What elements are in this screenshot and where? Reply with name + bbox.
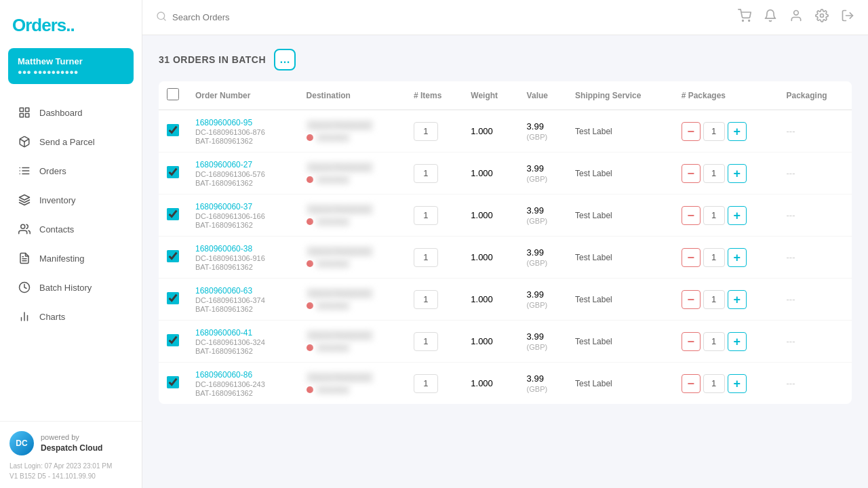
items-input[interactable] xyxy=(414,290,438,309)
packages-count-input[interactable] xyxy=(703,248,725,267)
packages-controls: − + xyxy=(682,374,770,393)
user-card[interactable]: Matthew Turner ●●● ●●●●●●●●●● xyxy=(8,48,134,84)
packages-increase-button[interactable]: + xyxy=(728,122,747,141)
items-input[interactable] xyxy=(414,122,438,141)
sidebar-item-dashboard[interactable]: Dashboard xyxy=(5,98,136,127)
sidebar-item-manifesting[interactable]: Manifesting xyxy=(5,244,136,272)
order-bat-num: BAT-1680961362 xyxy=(195,305,290,313)
packages-decrease-button[interactable]: − xyxy=(682,164,701,183)
destination-name: Name Redacted xyxy=(307,120,374,131)
sidebar: Orders.. Matthew Turner ●●● ●●●●●●●●●● D… xyxy=(0,0,142,488)
cart-icon[interactable] xyxy=(738,9,751,26)
packages-increase-button[interactable]: + xyxy=(728,332,747,351)
row-checkbox-cell xyxy=(159,237,187,279)
items-input[interactable] xyxy=(414,332,438,351)
packages-decrease-button[interactable]: − xyxy=(682,374,701,393)
row-items xyxy=(406,363,462,405)
user-icon[interactable] xyxy=(789,9,803,26)
bell-icon[interactable] xyxy=(764,9,777,26)
settings-icon[interactable] xyxy=(815,9,829,26)
destination-flag: Country xyxy=(307,217,397,226)
sidebar-item-send-parcel[interactable]: Send a Parcel xyxy=(5,127,136,156)
box-icon xyxy=(18,135,31,148)
row-checkbox[interactable] xyxy=(167,376,179,388)
order-number-link[interactable]: 1680960060-95 xyxy=(195,118,252,127)
table-row: 1680960060-86 DC-1680961306-243 BAT-1680… xyxy=(159,363,852,405)
order-dc-num: DC-1680961306-576 xyxy=(195,170,290,178)
svg-rect-2 xyxy=(20,114,23,117)
flag-dot xyxy=(307,260,313,267)
items-input[interactable] xyxy=(414,374,438,393)
row-packaging: --- xyxy=(778,110,852,152)
layers-icon xyxy=(18,193,31,207)
row-value: 3.99(GBP) xyxy=(519,279,567,321)
batch-title: 31 ORDERS IN BATCH xyxy=(159,54,266,65)
packages-count-input[interactable] xyxy=(703,374,725,393)
header-checkbox-cell xyxy=(159,81,187,110)
sidebar-item-charts[interactable]: Charts xyxy=(5,302,136,331)
sidebar-item-batch-history[interactable]: Batch History xyxy=(5,273,136,302)
logo-text: Orders. xyxy=(12,15,71,35)
row-checkbox-cell xyxy=(159,195,187,237)
items-input[interactable] xyxy=(414,164,438,183)
packages-increase-button[interactable]: + xyxy=(728,290,747,309)
packages-increase-button[interactable]: + xyxy=(728,248,747,267)
row-checkbox[interactable] xyxy=(167,292,179,304)
packages-count-input[interactable] xyxy=(703,122,725,141)
batch-menu-button[interactable]: … xyxy=(274,49,296,70)
row-shipping: Test Label xyxy=(567,321,673,363)
packages-count-input[interactable] xyxy=(703,290,725,309)
row-checkbox[interactable] xyxy=(167,250,179,262)
svg-point-21 xyxy=(743,20,744,22)
search-input[interactable] xyxy=(172,12,321,22)
order-number-link[interactable]: 1680960060-41 xyxy=(195,328,252,338)
items-input[interactable] xyxy=(414,248,438,267)
packages-decrease-button[interactable]: − xyxy=(682,290,701,309)
sidebar-item-contacts[interactable]: Contacts xyxy=(5,215,136,243)
destination-name: Name Redacted xyxy=(307,288,374,299)
row-checkbox[interactable] xyxy=(167,166,179,178)
header-packages: # Packages xyxy=(673,81,778,110)
order-number-link[interactable]: 1680960060-38 xyxy=(195,244,252,253)
order-dc-num: DC-1680961306-166 xyxy=(195,212,290,220)
row-checkbox[interactable] xyxy=(167,334,179,346)
sidebar-item-label: Batch History xyxy=(39,283,92,293)
row-packages: − + xyxy=(673,321,778,363)
packages-increase-button[interactable]: + xyxy=(728,374,747,393)
packages-decrease-button[interactable]: − xyxy=(682,332,701,351)
logout-icon[interactable] xyxy=(841,9,854,26)
packages-increase-button[interactable]: + xyxy=(728,206,747,225)
sidebar-item-orders[interactable]: Orders xyxy=(5,157,136,185)
packages-count-input[interactable] xyxy=(703,332,725,351)
header-items: # Items xyxy=(406,81,462,110)
packages-decrease-button[interactable]: − xyxy=(682,206,701,225)
row-checkbox[interactable] xyxy=(167,124,179,136)
packages-increase-button[interactable]: + xyxy=(728,164,747,183)
row-packages: − + xyxy=(673,152,778,195)
sidebar-item-inventory[interactable]: Inventory xyxy=(5,186,136,214)
packages-count-input[interactable] xyxy=(703,164,725,183)
order-number-link[interactable]: 1680960060-27 xyxy=(195,160,252,169)
row-packages: − + xyxy=(673,363,778,405)
table-row: 1680960060-63 DC-1680961306-374 BAT-1680… xyxy=(159,279,852,321)
order-number-link[interactable]: 1680960060-37 xyxy=(195,202,252,211)
items-input[interactable] xyxy=(414,206,438,225)
packages-decrease-button[interactable]: − xyxy=(682,122,701,141)
packages-count-input[interactable] xyxy=(703,206,725,225)
row-order-number: 1680960060-63 DC-1680961306-374 BAT-1680… xyxy=(187,279,298,321)
row-checkbox[interactable] xyxy=(167,208,179,220)
packages-decrease-button[interactable]: − xyxy=(682,248,701,267)
row-items xyxy=(406,195,462,237)
svg-rect-0 xyxy=(20,108,23,111)
destination-name: Name Redacted xyxy=(307,330,374,341)
destination-name: Name Redacted xyxy=(307,162,374,173)
order-bat-num: BAT-1680961362 xyxy=(195,221,290,229)
order-number-link[interactable]: 1680960060-63 xyxy=(195,286,252,296)
row-packaging: --- xyxy=(778,363,852,405)
row-destination: Name Redacted Country xyxy=(298,110,406,152)
clock-icon xyxy=(18,281,31,294)
select-all-checkbox[interactable] xyxy=(167,88,179,100)
table-row: 1680960060-41 DC-1680961306-324 BAT-1680… xyxy=(159,321,852,363)
row-checkbox-cell xyxy=(159,321,187,363)
order-number-link[interactable]: 1680960060-86 xyxy=(195,370,252,380)
